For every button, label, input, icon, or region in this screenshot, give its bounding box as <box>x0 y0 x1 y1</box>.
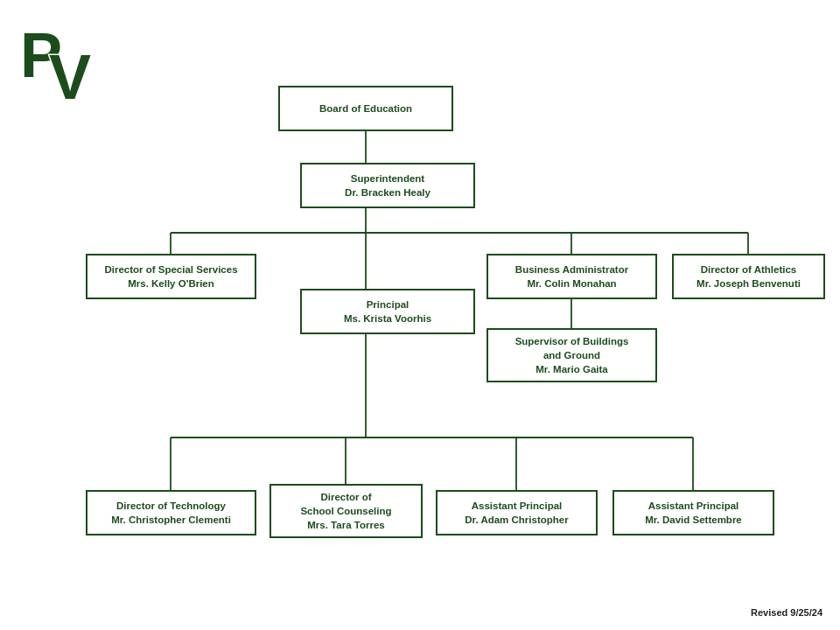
box-board: Board of Education <box>278 86 453 131</box>
box-director-athletics: Director of AthleticsMr. Joseph Benvenut… <box>672 254 825 299</box>
box-supervisor-buildings: Supervisor of Buildingsand GroundMr. Mar… <box>486 328 657 382</box>
pv-logo: P V <box>16 16 121 121</box>
box-superintendent: SuperintendentDr. Bracken Healy <box>300 163 475 208</box>
box-director-special-services: Director of Special ServicesMrs. Kelly O… <box>86 254 256 299</box>
box-asst-principal-adam: Assistant PrincipalDr. Adam Christopher <box>436 490 598 536</box>
svg-text:V: V <box>49 42 91 112</box>
revised-date: Revised 9/25/24 <box>751 607 822 618</box>
box-business-admin: Business AdministratorMr. Colin Monahan <box>486 254 657 299</box>
box-principal: PrincipalMs. Krista Voorhis <box>300 289 475 334</box>
box-director-technology: Director of TechnologyMr. Christopher Cl… <box>86 490 256 536</box>
box-asst-principal-david: Assistant PrincipalMr. David Settembre <box>612 490 774 536</box>
page: P V <box>0 0 840 630</box>
box-director-school-counseling: Director ofSchool CounselingMrs. Tara To… <box>270 484 423 538</box>
